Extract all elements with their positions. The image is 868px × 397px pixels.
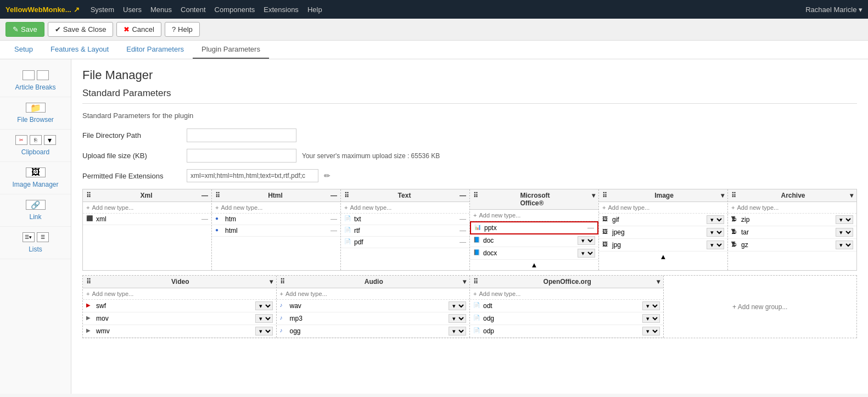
permitted-extensions-input[interactable] [187, 169, 318, 182]
video-collapse-btn[interactable]: ▾ [270, 278, 273, 286]
audio-collapse-btn[interactable]: ▾ [463, 278, 466, 286]
html-add-type[interactable]: + Add new type... [212, 202, 340, 214]
pdf-remove-btn[interactable]: — [460, 238, 466, 246]
swf-select[interactable]: ▾ [255, 301, 273, 310]
nav-components[interactable]: Components [215, 5, 255, 14]
save-close-button[interactable]: ✔ Save & Close [48, 22, 114, 37]
doc-select[interactable]: ▾ [578, 236, 595, 245]
page-title: File Manager [82, 68, 857, 82]
htm-remove-btn[interactable]: — [331, 215, 337, 223]
audio-drag-handle[interactable]: ⠿ [280, 278, 285, 286]
nav-menus[interactable]: Menus [150, 5, 172, 14]
tab-setup[interactable]: Setup [5, 41, 42, 59]
tab-editor-parameters[interactable]: Editor Parameters [117, 41, 193, 59]
gif-select[interactable]: ▾ [707, 215, 724, 224]
tar-select[interactable]: ▾ [836, 228, 853, 237]
pptx-remove-btn[interactable]: — [587, 224, 594, 232]
jpg-select[interactable]: ▾ [707, 241, 724, 249]
archive-add-type[interactable]: + Add new type... [728, 202, 856, 214]
nav-extensions[interactable]: Extensions [264, 5, 299, 14]
gz-select[interactable]: ▾ [836, 241, 853, 249]
image-type-jpg: 🖼 jpg ▾ [599, 239, 727, 251]
pdf-file-icon: 📄 [344, 238, 352, 246]
image-type-jpeg: 🖼 jpeg ▾ [599, 226, 727, 239]
wav-select[interactable]: ▾ [449, 301, 466, 310]
microsoft-add-type[interactable]: + Add new type... [470, 210, 598, 221]
openoffice-type-odg: 📄 odg ▾ [470, 312, 663, 325]
brand-logo[interactable]: YellowWebMonke... ↗ [5, 5, 80, 14]
upload-size-input[interactable] [187, 149, 296, 163]
openoffice-add-type[interactable]: + Add new type... [470, 288, 663, 300]
video-add-type[interactable]: + Add new type... [83, 288, 276, 300]
html-remove-btn[interactable]: — [331, 227, 337, 234]
help-button[interactable]: ? Help [165, 22, 200, 37]
sidebar-item-article-breaks[interactable]: Article Breaks [0, 65, 71, 97]
zip-select[interactable]: ▾ [836, 215, 853, 224]
xml-collapse-btn[interactable]: — [201, 192, 208, 199]
add-new-group-cell[interactable]: + Add new group... [664, 276, 857, 338]
sidebar-item-clipboard[interactable]: ✂ ⎘ ▾ Clipboard [0, 130, 71, 162]
openoffice-drag-handle[interactable]: ⠿ [473, 278, 478, 286]
archive-type-tar: 🗜 tar ▾ [728, 226, 856, 239]
txt-remove-btn[interactable]: — [460, 215, 466, 223]
nav-content[interactable]: Content [181, 5, 206, 14]
mp3-select[interactable]: ▾ [449, 314, 466, 323]
audio-add-type[interactable]: + Add new type... [277, 288, 470, 300]
rtf-remove-btn[interactable]: — [460, 227, 466, 234]
nav-help[interactable]: Help [307, 5, 322, 14]
xml-remove-btn[interactable]: — [201, 215, 208, 223]
archive-collapse-btn[interactable]: ▾ [850, 192, 853, 199]
openoffice-type-odt: 📄 odt ▾ [470, 300, 663, 312]
text-add-label: Add new type... [350, 204, 391, 211]
group-html: ⠿ Html — + Add new type... ● htm — ● [212, 189, 341, 270]
tab-features-layout[interactable]: Features & Layout [42, 41, 117, 59]
microsoft-collapse-btn[interactable]: ▾ [592, 192, 595, 207]
odp-select[interactable]: ▾ [642, 327, 660, 336]
clipboard-label: Clipboard [21, 148, 49, 156]
group-video: ⠿ Video ▾ + Add new type... ▶ swf ▾ ▶ [83, 276, 277, 338]
image-drag-handle[interactable]: ⠿ [602, 192, 607, 199]
text-add-type[interactable]: + Add new type... [341, 202, 469, 214]
sidebar-item-file-browser[interactable]: 📁 File Browser [0, 97, 71, 130]
nav-system[interactable]: System [91, 5, 114, 14]
sidebar-item-lists[interactable]: ☰▾ ☰ Lists [0, 227, 71, 259]
edit-extensions-icon[interactable]: ✏ [324, 171, 331, 180]
article-breaks-icons [23, 70, 49, 80]
user-menu[interactable]: Rachael Maricle ▾ [805, 5, 863, 14]
jpeg-select[interactable]: ▾ [707, 228, 724, 237]
cancel-button[interactable]: ✖ Cancel [116, 22, 161, 37]
nav-users[interactable]: Users [123, 5, 142, 14]
cancel-label: Cancel [132, 25, 154, 33]
mov-select[interactable]: ▾ [255, 314, 273, 323]
tab-plugin-parameters[interactable]: Plugin Parameters [193, 41, 269, 59]
sidebar-item-image-manager[interactable]: 🖼 Image Manager [0, 162, 71, 194]
archive-drag-handle[interactable]: ⠿ [731, 192, 736, 199]
xml-drag-handle[interactable]: ⠿ [86, 192, 91, 199]
gz-file-icon: 🗜 [731, 241, 739, 249]
add-group-label[interactable]: + Add new group... [732, 303, 787, 311]
audio-type-mp3: ♪ mp3 ▾ [277, 312, 470, 325]
sidebar-item-link[interactable]: 🔗 Link [0, 194, 71, 227]
video-drag-handle[interactable]: ⠿ [86, 278, 91, 286]
text-drag-handle[interactable]: ⠿ [344, 192, 349, 199]
paste-icon: ▾ [44, 135, 56, 145]
microsoft-drag-handle[interactable]: ⠿ [473, 192, 478, 207]
image-collapse-btn[interactable]: ▾ [721, 192, 724, 199]
docx-select[interactable]: ▾ [578, 249, 595, 258]
ogg-select[interactable]: ▾ [449, 327, 466, 336]
text-collapse-btn[interactable]: — [460, 192, 466, 199]
odg-select[interactable]: ▾ [642, 314, 660, 323]
file-directory-label: File Directory Path [82, 131, 181, 139]
openoffice-collapse-btn[interactable]: ▾ [657, 278, 660, 286]
save-button[interactable]: ✎ Save [5, 22, 44, 37]
image-add-type[interactable]: + Add new type... [599, 202, 727, 214]
file-directory-input[interactable] [187, 128, 296, 142]
icon-box-1 [23, 70, 35, 80]
xml-add-type[interactable]: + Add new type... [83, 202, 211, 214]
odt-select[interactable]: ▾ [642, 301, 660, 310]
wmv-select[interactable]: ▾ [255, 327, 273, 336]
html-collapse-btn[interactable]: — [331, 192, 337, 199]
jpeg-file-icon: 🖼 [602, 228, 610, 236]
html-drag-handle[interactable]: ⠿ [215, 192, 220, 199]
file-browser-icons: 📁 [26, 103, 46, 113]
